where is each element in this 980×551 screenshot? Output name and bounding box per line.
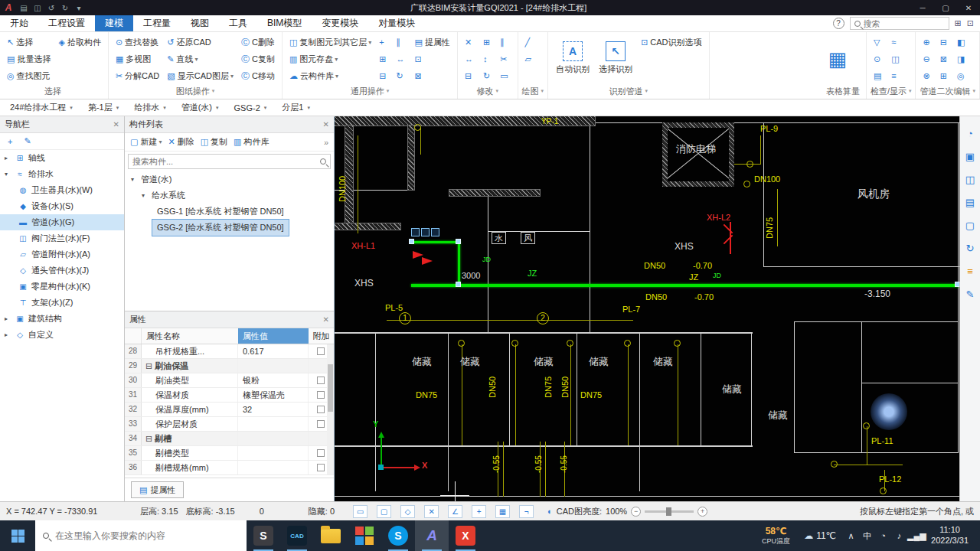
- ribbon-group-label[interactable]: 通用操作: [286, 84, 453, 98]
- table-calc-icon[interactable]: ▦: [826, 47, 849, 70]
- attach-checkbox[interactable]: [317, 391, 325, 399]
- cad-canvas[interactable]: Y X DN100YP-1消防电梯PL-9DN100DN75风机房XH-L2XH…: [335, 116, 959, 501]
- property-row[interactable]: 33 保护层材质: [125, 417, 334, 432]
- titlebar-tool-icon[interactable]: ◫: [31, 4, 44, 12]
- ribbon-button[interactable]: ◫: [888, 51, 904, 67]
- component-search-box[interactable]: [128, 154, 331, 169]
- ribbon-search-box[interactable]: [850, 17, 949, 30]
- ribbon-button[interactable]: ✕: [462, 34, 479, 51]
- context-selector[interactable]: 第-1层▾: [83, 101, 124, 114]
- ribbon-button[interactable]: ✂: [497, 51, 513, 67]
- ribbon-button[interactable]: ⊟: [462, 67, 479, 84]
- property-value-cell[interactable]: [238, 446, 309, 460]
- property-row[interactable]: 34 剔槽: [125, 432, 334, 446]
- ribbon-button[interactable]: ▥构件库: [230, 134, 272, 151]
- property-row[interactable]: 32 保温厚度(mm) 32: [125, 403, 334, 417]
- weather-widget[interactable]: ☁ 11℃: [797, 530, 843, 541]
- attach-checkbox[interactable]: [317, 449, 325, 457]
- ribbon-button[interactable]: ⒸC复制: [238, 51, 278, 67]
- sidebar-item[interactable]: ◍卫生器具(水)(W): [0, 182, 124, 198]
- ribbon-button[interactable]: ⊞: [480, 34, 495, 51]
- brightness-increase-button[interactable]: +: [697, 507, 707, 517]
- ribbon-button[interactable]: ╱: [522, 34, 537, 51]
- ribbon-group-label[interactable]: 表格算量: [826, 84, 862, 98]
- context-selector[interactable]: 管道(水)▾: [176, 101, 224, 114]
- ribbon-button[interactable]: ⊞: [376, 51, 391, 67]
- maximize-button[interactable]: ▢: [934, 0, 957, 15]
- ribbon-group-label[interactable]: 选择: [4, 84, 104, 98]
- context-selector[interactable]: GSG-2▾: [229, 103, 273, 113]
- attach-checkbox[interactable]: [317, 347, 325, 355]
- ribbon-button[interactable]: ◈拾取构件: [55, 34, 103, 51]
- status-toggle-icon[interactable]: +: [472, 505, 486, 518]
- ribbon-button[interactable]: ⊗: [920, 67, 935, 84]
- context-selector[interactable]: 24#给排水工程▾: [5, 101, 78, 114]
- ribbon-group-label[interactable]: 图纸操作: [113, 84, 278, 98]
- sidebar-item[interactable]: ⊤支架(水)(Z): [0, 295, 124, 311]
- property-name-cell[interactable]: 保温材质: [142, 388, 238, 402]
- ribbon-button[interactable]: ▭: [497, 67, 513, 84]
- property-name-cell[interactable]: 剔槽: [142, 432, 238, 445]
- attach-checkbox[interactable]: [317, 406, 325, 413]
- ribbon-button[interactable]: ↺还原CAD: [164, 34, 237, 51]
- ribbon-group-label[interactable]: 修改: [462, 84, 514, 98]
- ribbon-group-label[interactable]: 识别管道: [552, 84, 704, 98]
- ribbon-button[interactable]: ◎查找图元: [4, 67, 54, 84]
- sidebar-item[interactable]: ▣零星构件(水)(K): [0, 279, 124, 295]
- status-toggle-icon[interactable]: ✕: [424, 505, 439, 518]
- extract-properties-button[interactable]: ▤ 提属性: [131, 481, 184, 498]
- ribbon-button[interactable]: ↖选择: [4, 34, 54, 51]
- auto-identify-button[interactable]: A 自动识别: [552, 34, 593, 83]
- property-name-cell[interactable]: 刷油保温: [142, 359, 238, 373]
- property-name-cell[interactable]: 刷油类型: [142, 373, 238, 387]
- ribbon-button[interactable]: ▱: [522, 51, 537, 67]
- taskbar-search-input[interactable]: [55, 530, 239, 541]
- ribbon-button[interactable]: ⊠: [937, 51, 952, 67]
- ribbon-button[interactable]: ↕: [480, 51, 495, 67]
- canvas-tool-icon[interactable]: ≡: [962, 263, 978, 279]
- taskbar-app-store[interactable]: [348, 520, 381, 551]
- taskbar-app-x[interactable]: X: [449, 520, 482, 551]
- property-row[interactable]: 31 保温材质 橡塑保温壳: [125, 388, 334, 403]
- status-toggle-icon[interactable]: ▦: [495, 505, 510, 518]
- ribbon-button[interactable]: ✎直线▾: [164, 51, 237, 67]
- property-value-cell[interactable]: [238, 359, 309, 373]
- close-icon[interactable]: ✕: [323, 315, 329, 324]
- ribbon-tab[interactable]: BIM模型: [257, 15, 312, 31]
- canvas-tool-icon[interactable]: ▤: [962, 194, 978, 210]
- ribbon-button[interactable]: ⊙: [871, 51, 887, 67]
- ribbon-button[interactable]: ✕删除: [165, 134, 197, 151]
- sidebar-item[interactable]: ◆设备(水)(S): [0, 198, 124, 214]
- ribbon-button[interactable]: ∥: [394, 34, 410, 51]
- ribbon-group-label[interactable]: 检查/显示: [871, 84, 912, 98]
- context-selector[interactable]: 给排水▾: [129, 101, 172, 114]
- taskbar-app-explorer[interactable]: [314, 520, 348, 551]
- ribbon-tab[interactable]: 工具: [219, 15, 257, 31]
- titlebar-tool-icon[interactable]: ↺: [44, 4, 58, 12]
- ribbon-group-label[interactable]: 绘图: [522, 84, 544, 98]
- ribbon-button[interactable]: ⊠: [412, 67, 453, 84]
- close-button[interactable]: ✕: [957, 0, 980, 15]
- property-name-cell[interactable]: 剔槽类型: [142, 446, 238, 460]
- canvas-tool-icon[interactable]: ↻: [962, 240, 978, 256]
- tree-node-root[interactable]: ▾ 管道(水): [125, 171, 334, 187]
- tray-icon[interactable]: ♪: [891, 531, 907, 540]
- property-value-cell[interactable]: [238, 417, 309, 431]
- sidebar-item[interactable]: ▱管道附件(水)(A): [0, 246, 124, 262]
- tray-icon[interactable]: ◔: [875, 531, 891, 540]
- ribbon-search-input[interactable]: [864, 19, 945, 28]
- status-toggle-icon[interactable]: ¬: [519, 505, 534, 518]
- ribbon-tab[interactable]: 对量模块: [368, 15, 425, 31]
- ribbon-tab[interactable]: 建模: [95, 15, 133, 31]
- ribbon-button[interactable]: ▢新建▾: [127, 134, 165, 151]
- help-icon[interactable]: ?: [833, 18, 844, 29]
- close-icon[interactable]: ✕: [113, 120, 119, 129]
- canvas-tool-icon[interactable]: ▢: [962, 217, 978, 233]
- layout-icon[interactable]: ⊞: [955, 18, 962, 28]
- ribbon-button[interactable]: ∥: [497, 34, 513, 51]
- sidebar-item[interactable]: ◫阀门法兰(水)(F): [0, 230, 124, 246]
- component-item[interactable]: GSG-1 [给水系统 衬塑钢管 DN50]: [152, 204, 289, 220]
- ribbon-button[interactable]: ↔: [462, 51, 479, 67]
- status-toggle-icon[interactable]: ∠: [448, 505, 462, 518]
- property-name-cell[interactable]: 保温厚度(mm): [142, 403, 238, 416]
